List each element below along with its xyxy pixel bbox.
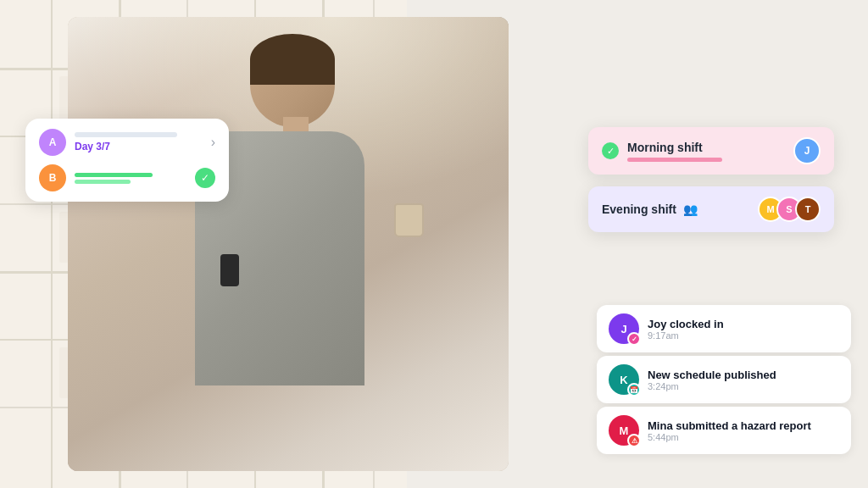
morning-shift-bar: [627, 158, 722, 162]
progress-bar-2: [75, 180, 131, 184]
activity-title-1: Joy clocked in: [648, 318, 839, 330]
task-avatar-top: A: [39, 129, 66, 156]
activity-title-2: New schedule published: [648, 369, 839, 381]
task-check: ✓: [195, 168, 215, 188]
hero-photo: [68, 17, 509, 471]
activity-badge-2: 📅: [627, 383, 641, 396]
people-icon: 👥: [683, 202, 698, 216]
activity-item-1: J ✓ Joy clocked in 9:17am: [597, 305, 851, 352]
task-chevron[interactable]: ›: [211, 135, 215, 150]
evening-shift-avatars: M S T: [758, 197, 821, 222]
activity-time-1: 9:17am: [648, 330, 839, 341]
morning-shift-check: ✓: [602, 142, 619, 159]
evening-shift-title: Evening shift: [602, 202, 676, 216]
progress-bar-1: [75, 173, 153, 177]
activity-feed: J ✓ Joy clocked in 9:17am K 📅 New schedu…: [597, 305, 851, 454]
activity-avatar-2: K 📅: [609, 364, 639, 395]
morning-shift-avatar: J: [793, 137, 821, 164]
activity-avatar-1: J ✓: [609, 313, 639, 344]
morning-shift-title: Morning shift: [627, 141, 785, 154]
morning-shift-card: ✓ Morning shift J: [588, 127, 834, 175]
evening-shift-card: Evening shift 👥 M S T: [588, 186, 834, 232]
activity-title-3: Mina submitted a hazard report: [648, 419, 839, 432]
activity-item-3: M ⚠ Mina submitted a hazard report 5:44p…: [597, 407, 851, 454]
avatar-3: T: [795, 197, 821, 222]
task-avatar-bottom: B: [39, 164, 66, 191]
activity-time-2: 3:24pm: [648, 381, 839, 391]
activity-time-3: 5:44pm: [648, 432, 839, 442]
activity-avatar-3: M ⚠: [609, 415, 639, 446]
task-day-label: Day 3/7: [75, 141, 203, 152]
activity-badge-3: ⚠: [627, 434, 641, 447]
activity-badge-1: ✓: [627, 332, 641, 346]
activity-item-2: K 📅 New schedule published 3:24pm: [597, 356, 851, 403]
task-card: A Day 3/7 › B ✓: [25, 119, 229, 202]
